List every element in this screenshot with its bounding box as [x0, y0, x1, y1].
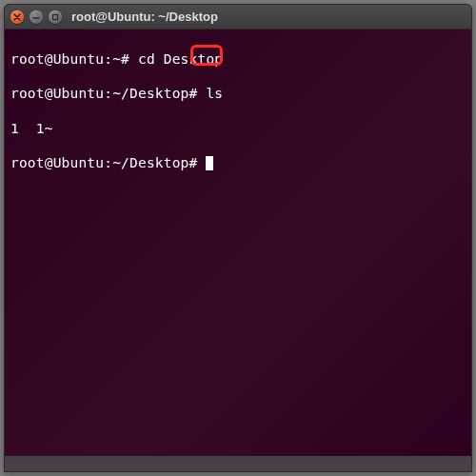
terminal-window: root@Ubuntu: ~/Desktop root@Ubuntu:~# cd… [4, 4, 472, 472]
window-title: root@Ubuntu: ~/Desktop [71, 10, 218, 24]
command-text: ls [197, 86, 223, 101]
titlebar[interactable]: root@Ubuntu: ~/Desktop [5, 5, 471, 30]
prompt: root@Ubuntu:~/Desktop# [10, 155, 197, 170]
minimize-icon[interactable] [30, 10, 43, 24]
terminal-line: root@Ubuntu:~# cd Desktop [10, 50, 466, 68]
maximize-icon[interactable] [49, 10, 62, 24]
prompt: root@Ubuntu:~/Desktop# [10, 86, 197, 101]
terminal-line: root@Ubuntu:~/Desktop# ls [10, 85, 466, 102]
terminal-body[interactable]: root@Ubuntu:~# cd Desktop root@Ubuntu:~/… [5, 30, 471, 471]
close-icon[interactable] [10, 10, 24, 24]
terminal-line: 1 1~ [10, 120, 466, 137]
output-text: 1 1~ [10, 121, 53, 136]
terminal-line: root@Ubuntu:~/Desktop# [10, 154, 466, 171]
cursor [206, 156, 213, 170]
command-text: cd Desktop [129, 51, 223, 67]
scrollbar-gutter [5, 456, 471, 471]
svg-rect-0 [53, 14, 58, 19]
command-text [197, 155, 206, 170]
window-controls [10, 10, 62, 24]
prompt: root@Ubuntu:~# [10, 51, 129, 67]
